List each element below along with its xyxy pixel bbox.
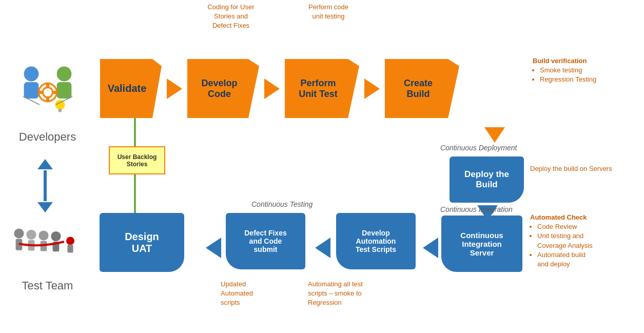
- defect-annotation: Updated Automated scripts: [221, 280, 305, 308]
- arrow-validate-to-develop: [167, 79, 182, 99]
- ci-annotation-title: Automated Check: [530, 213, 593, 222]
- developers-icon: [7, 59, 89, 126]
- build-verification-title: Build verification: [533, 56, 596, 66]
- build-verification-item-1: Smoke testing: [540, 66, 596, 75]
- test-team-label: Test Team: [3, 279, 92, 292]
- svg-point-5: [43, 87, 52, 97]
- defect-fixes-label: Defect Fixes and Code submit: [244, 229, 286, 253]
- create-build-box: Create Build: [385, 59, 459, 118]
- test-team-icon: [7, 213, 89, 275]
- perform-code-annotation: Perform code unit testing: [295, 3, 362, 31]
- svg-rect-7: [46, 98, 49, 102]
- arrow-build-to-deploy: [484, 127, 505, 145]
- arrow-unit-to-build: [364, 79, 380, 99]
- unit-test-box: Perform Unit Test: [285, 59, 359, 118]
- arrow-ci-to-autotest: [423, 238, 438, 260]
- test-team-area: Test Team: [3, 213, 92, 292]
- left-blue-arrow-3-icon: [206, 238, 221, 258]
- arrow-up-icon: [37, 159, 53, 169]
- svg-point-14: [14, 228, 24, 238]
- validate-box: Validate: [100, 59, 162, 118]
- deploy-annotation: Deploy the build on Servers: [530, 164, 612, 173]
- svg-rect-23: [67, 245, 73, 253]
- svg-point-18: [38, 230, 48, 240]
- auto-test-box: Develop Automation Test Scripts: [336, 213, 416, 269]
- user-backlog-label: User Backlog Stories: [118, 153, 157, 168]
- developers-label: Developers: [3, 130, 92, 144]
- design-uat-box: Design UAT: [100, 213, 184, 272]
- ci-annotation: Automated Check Code Review Unit testing…: [530, 213, 593, 269]
- build-verification-annotation: Build verification Smoke testing Regress…: [533, 56, 596, 85]
- coding-stories-annotation: Coding for User Stories and Defect Fixes: [198, 3, 264, 31]
- develop-code-box: Develop Code: [187, 59, 259, 118]
- ci-server-box: Continuous Integration Server: [441, 216, 522, 272]
- svg-rect-1: [24, 82, 38, 99]
- top-process-row: Validate Develop Code Perform Unit Test …: [100, 59, 459, 118]
- continuous-testing-label: Continuous Testing: [251, 200, 313, 208]
- develop-code-label: Develop Code: [201, 78, 237, 100]
- arrow-defect-to-uat: [206, 238, 221, 260]
- ci-item-2: Unit testing and Coverage Analysis: [537, 231, 593, 250]
- user-backlog-box: User Backlog Stories: [109, 146, 165, 174]
- ci-server-label: Continuous Integration Server: [460, 231, 503, 257]
- automation-annotation: Automating all test scripts – smoke to R…: [308, 280, 398, 308]
- arrow-develop-to-unit: [264, 79, 280, 99]
- svg-rect-3: [56, 82, 71, 99]
- left-blue-arrow-1-icon: [423, 238, 438, 258]
- arrow-down-icon: [37, 202, 53, 212]
- svg-point-20: [51, 231, 61, 241]
- deploy-build-box: Deploy the Build: [450, 156, 524, 203]
- svg-rect-9: [53, 91, 57, 94]
- defect-ann-text: Updated Automated scripts: [221, 280, 253, 306]
- auto-test-label: Develop Automation Test Scripts: [356, 229, 396, 253]
- developers-area: Developers: [3, 59, 92, 144]
- ci-annotation-list: Code Review Unit testing and Coverage An…: [537, 222, 593, 269]
- unit-test-label: Perform Unit Test: [299, 78, 338, 100]
- build-verification-list: Smoke testing Regression Testing: [540, 66, 596, 84]
- validate-label: Validate: [108, 83, 147, 94]
- svg-rect-6: [46, 83, 49, 87]
- svg-rect-8: [37, 91, 42, 94]
- deploy-build-label: Deploy the Build: [464, 169, 509, 190]
- bidirectional-arrow: [37, 159, 53, 212]
- svg-rect-11: [58, 109, 61, 112]
- svg-point-0: [24, 67, 38, 82]
- continuous-integration-label: Continuous Integration: [440, 205, 513, 213]
- automation-ann-text: Automating all test scripts – smoke to R…: [308, 280, 363, 306]
- build-verification-item-2: Regression Testing: [540, 75, 596, 84]
- arrow-autotest-to-defect: [315, 238, 330, 260]
- continuous-deployment-label: Continuous Deployment: [440, 144, 517, 152]
- left-blue-arrow-2-icon: [315, 238, 330, 258]
- uat-label: Design UAT: [125, 231, 159, 254]
- defect-fixes-box: Defect Fixes and Code submit: [226, 213, 305, 269]
- ci-item-1: Code Review: [537, 222, 593, 231]
- ci-item-3: Automated build and deploy: [537, 250, 593, 269]
- svg-point-22: [66, 237, 74, 245]
- arrow-line: [44, 170, 47, 201]
- down-orange-arrow-icon: [484, 127, 505, 143]
- svg-point-2: [56, 67, 71, 82]
- create-build-label: Create Build: [404, 78, 433, 100]
- svg-point-16: [26, 230, 36, 240]
